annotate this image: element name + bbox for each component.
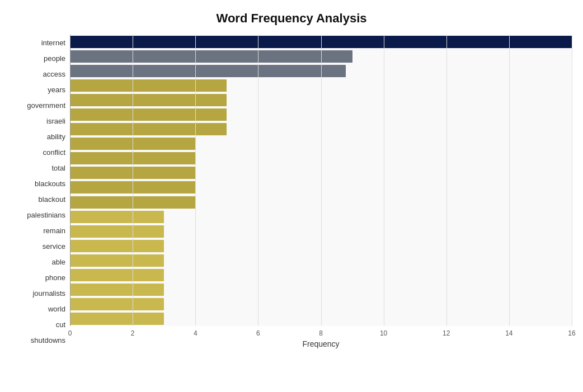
chart-area: internetpeopleaccessyearsgovernmentisrae…	[11, 35, 572, 348]
x-tick-label: 16	[568, 329, 575, 337]
bar-row	[70, 210, 572, 224]
bar	[70, 196, 195, 209]
bar-row	[70, 297, 572, 311]
bar-row	[70, 49, 572, 64]
x-tick-label: 2	[131, 329, 135, 337]
bar-row	[70, 253, 572, 268]
bar	[70, 50, 352, 63]
y-label: shutdowns	[31, 337, 65, 344]
bar	[70, 225, 164, 238]
bar-row	[70, 224, 572, 239]
bar	[70, 269, 164, 281]
bar-row	[70, 239, 572, 253]
bar	[70, 152, 195, 164]
bar-row	[70, 268, 572, 282]
bar	[70, 167, 195, 179]
bar-row	[70, 122, 572, 136]
y-label: remain	[43, 227, 65, 234]
bar	[70, 36, 572, 48]
bar	[70, 94, 227, 106]
y-label: total	[51, 164, 65, 172]
y-label: internet	[41, 39, 65, 46]
x-tick-label: 14	[505, 329, 513, 337]
bar-row	[70, 166, 572, 180]
bars-wrapper	[70, 35, 572, 326]
bar-row	[70, 35, 572, 49]
x-tick-label: 6	[256, 329, 260, 337]
y-labels: internetpeopleaccessyearsgovernmentisrae…	[11, 35, 70, 348]
y-label: government	[27, 102, 65, 109]
x-tick-label: 0	[68, 329, 72, 337]
bar	[70, 211, 164, 223]
bar-row	[70, 93, 572, 107]
y-label: access	[43, 70, 65, 78]
y-label: world	[48, 305, 65, 313]
x-tick-label: 8	[319, 329, 323, 337]
y-label: people	[44, 55, 65, 62]
bar	[70, 298, 164, 310]
bars-section: 0246810121416 Frequency	[70, 35, 572, 348]
bar-row	[70, 282, 572, 297]
y-label: conflict	[43, 149, 65, 156]
x-tick-label: 10	[380, 329, 387, 337]
y-label: service	[43, 243, 65, 250]
bar-row	[70, 136, 572, 151]
y-label: phone	[45, 274, 65, 281]
grid-line	[572, 35, 572, 326]
bottom-section: 0246810121416 Frequency	[70, 326, 572, 348]
y-label: palestinians	[27, 211, 65, 219]
bar-row	[70, 180, 572, 195]
bar	[70, 181, 195, 193]
x-tick-label: 12	[443, 329, 450, 337]
chart-title: Word Frequency Analysis	[11, 11, 572, 26]
y-label: israeli	[46, 117, 65, 125]
bar	[70, 79, 227, 92]
y-label: years	[48, 86, 65, 93]
y-label: cut	[56, 321, 65, 328]
y-label: able	[51, 258, 65, 266]
bar-row	[70, 107, 572, 122]
bar	[70, 284, 164, 296]
bar	[70, 108, 227, 121]
y-label: journalists	[32, 290, 65, 297]
y-label: ability	[47, 133, 65, 140]
x-axis: 0246810121416	[70, 326, 572, 337]
bar-row	[70, 64, 572, 78]
bar	[70, 313, 164, 325]
bar-row	[70, 78, 572, 93]
bar	[70, 240, 164, 252]
bar-row	[70, 151, 572, 166]
x-tick-label: 4	[194, 329, 198, 337]
bar-row	[70, 311, 572, 326]
x-axis-label: Frequency	[70, 339, 572, 348]
chart-container: Word Frequency Analysis internetpeopleac…	[0, 0, 583, 392]
bar	[70, 138, 195, 150]
y-label: blackouts	[35, 180, 65, 187]
bar	[70, 254, 164, 267]
y-label: blackout	[39, 196, 65, 203]
bar-row	[70, 195, 572, 210]
bar	[70, 123, 227, 135]
bar	[70, 65, 346, 77]
